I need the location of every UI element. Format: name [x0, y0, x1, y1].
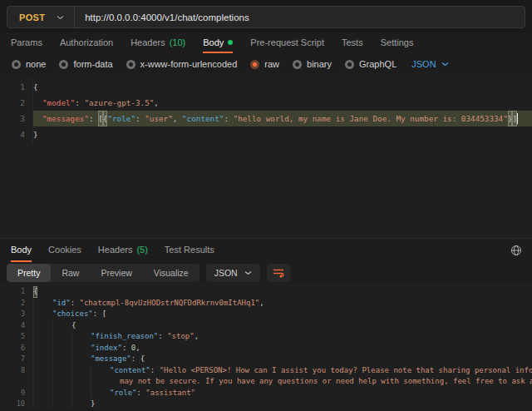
- line-number: 4: [0, 320, 33, 332]
- radio-icon: [126, 60, 135, 69]
- top-strip: POST: [0, 0, 532, 32]
- code-line: 2"id": "chatcmpl-8qvUzHODstrNQFDdRkrnv0m…: [0, 298, 532, 309]
- response-tabs: Body Cookies Headers(5) Test Results: [0, 239, 532, 262]
- response-tab-cookies[interactable]: Cookies: [48, 239, 81, 262]
- body-mode-graphql[interactable]: GraphQL: [345, 59, 397, 69]
- radio-icon: [345, 60, 354, 69]
- view-raw[interactable]: Raw: [51, 264, 90, 282]
- response-format-select[interactable]: JSON: [206, 264, 260, 282]
- green-dot-icon: [228, 40, 233, 45]
- wrap-text-icon: [273, 268, 284, 278]
- tab-headers[interactable]: Headers(10): [131, 32, 185, 53]
- line-number: [0, 376, 33, 388]
- code-line: may not be secure. If you have any quest…: [0, 376, 532, 388]
- chevron-down-icon: [244, 270, 252, 275]
- line-number: 6: [0, 343, 33, 354]
- code-line: 8"content": "Hello <PERSON>! How can I a…: [0, 365, 532, 377]
- line-number: 8: [0, 365, 33, 377]
- url-input[interactable]: [75, 12, 525, 23]
- body-type-options: none form-data x-www-form-urlencoded raw…: [0, 53, 532, 75]
- response-toolbar: Pretty Raw Preview Visualize JSON: [0, 262, 532, 284]
- response-tab-body[interactable]: Body: [11, 239, 32, 262]
- body-mode-raw[interactable]: raw: [250, 59, 279, 69]
- line-number: 1: [0, 286, 33, 298]
- code-line: 7"message": {: [0, 354, 532, 365]
- code-line[interactable]: 1{: [0, 79, 532, 95]
- line-number: 4: [0, 126, 33, 142]
- line-number: 1: [0, 79, 33, 95]
- chevron-down-icon: [57, 15, 64, 20]
- response-tab-headers[interactable]: Headers(5): [98, 239, 148, 262]
- code-line: 1{: [0, 286, 532, 298]
- body-mode-form-data[interactable]: form-data: [59, 59, 112, 69]
- chevron-down-icon: [441, 62, 449, 67]
- tab-body[interactable]: Body: [203, 32, 233, 53]
- body-mode-urlencoded[interactable]: x-www-form-urlencoded: [126, 59, 238, 69]
- line-number: 2: [0, 95, 33, 111]
- line-number: 5: [0, 331, 33, 343]
- code-line[interactable]: 2"model": "azure-gpt-3.5",: [0, 95, 532, 111]
- line-number: 2: [0, 298, 33, 309]
- line-number: 3: [0, 309, 33, 320]
- code-line[interactable]: 3"messages": [{"role": "user", "content"…: [0, 111, 532, 126]
- method-select[interactable]: POST: [7, 7, 74, 27]
- code-line: 3"choices": [: [0, 309, 532, 320]
- code-line: 5"finish_reason": "stop",: [0, 331, 532, 343]
- body-mode-binary[interactable]: binary: [293, 59, 332, 69]
- wrap-text-button[interactable]: [267, 264, 290, 282]
- view-segmented-control: Pretty Raw Preview Visualize: [7, 264, 200, 282]
- line-number: 9: [0, 388, 33, 399]
- code-line: 6"index": 0,: [0, 343, 532, 354]
- tab-settings[interactable]: Settings: [381, 32, 414, 53]
- view-visualize[interactable]: Visualize: [143, 264, 200, 282]
- raw-format-select[interactable]: JSON: [411, 59, 448, 69]
- body-mode-none[interactable]: none: [12, 59, 46, 69]
- radio-selected-icon: [250, 60, 259, 69]
- view-preview[interactable]: Preview: [90, 264, 142, 282]
- request-body-editor[interactable]: 1{2"model": "azure-gpt-3.5",3"messages":…: [0, 75, 532, 239]
- response-body-viewer: 1{2"id": "chatcmpl-8qvUzHODstrNQFDdRkrnv…: [0, 284, 532, 408]
- tab-tests[interactable]: Tests: [342, 32, 363, 53]
- code-line: 9"role": "assistant": [0, 388, 532, 399]
- response-headers-count-badge: (5): [136, 245, 147, 255]
- tab-params[interactable]: Params: [11, 32, 42, 53]
- code-line: 4{: [0, 320, 532, 332]
- method-label: POST: [19, 12, 45, 22]
- code-line: 10}: [0, 399, 532, 408]
- line-number: 3: [0, 111, 33, 126]
- text-cursor: [517, 113, 518, 124]
- app-window: POST Params Authorization Headers(10) Bo…: [0, 0, 532, 411]
- code-line[interactable]: 4}: [0, 126, 532, 142]
- radio-icon: [59, 60, 68, 69]
- response-tab-test-results[interactable]: Test Results: [165, 239, 214, 262]
- tab-pre-request-script[interactable]: Pre-request Script: [250, 32, 324, 53]
- radio-icon: [293, 60, 302, 69]
- request-tabs: Params Authorization Headers(10) Body Pr…: [0, 32, 532, 53]
- globe-icon[interactable]: [510, 239, 522, 262]
- headers-count-badge: (10): [170, 37, 186, 47]
- view-pretty[interactable]: Pretty: [7, 264, 51, 282]
- line-number: 10: [0, 399, 33, 408]
- line-number: 7: [0, 354, 33, 365]
- request-url-bar: POST: [7, 6, 525, 28]
- tab-authorization[interactable]: Authorization: [60, 32, 113, 53]
- radio-icon: [12, 60, 21, 69]
